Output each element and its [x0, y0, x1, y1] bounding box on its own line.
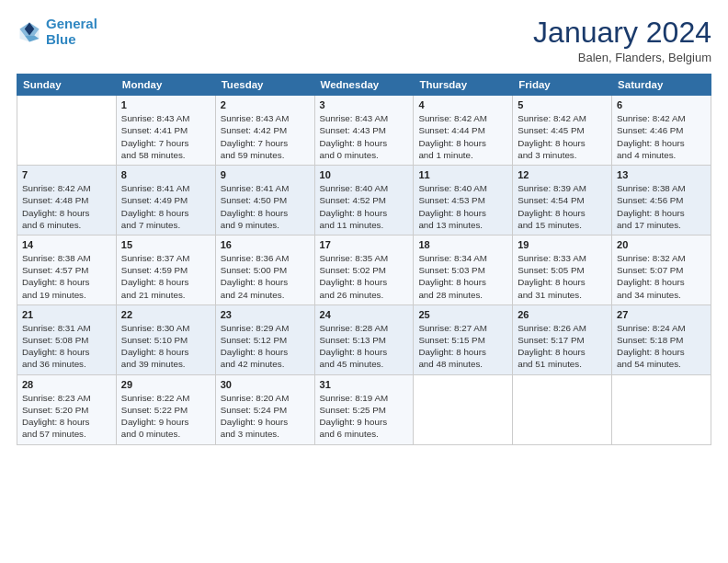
calendar-cell: 16Sunrise: 8:36 AMSunset: 5:00 PMDayligh… — [215, 235, 314, 304]
day-info: Sunrise: 8:43 AMSunset: 4:41 PMDaylight:… — [121, 112, 210, 161]
day-header-monday: Monday — [116, 75, 215, 96]
day-number: 1 — [121, 99, 210, 110]
location: Balen, Flanders, Belgium — [533, 51, 711, 64]
day-info: Sunrise: 8:27 AMSunset: 5:15 PMDaylight:… — [418, 322, 507, 371]
day-info: Sunrise: 8:37 AMSunset: 4:59 PMDaylight:… — [121, 252, 210, 301]
day-info: Sunrise: 8:43 AMSunset: 4:43 PMDaylight:… — [320, 112, 409, 161]
calendar-cell: 24Sunrise: 8:28 AMSunset: 5:13 PMDayligh… — [314, 304, 414, 374]
day-info: Sunrise: 8:32 AMSunset: 5:07 PMDaylight:… — [617, 252, 706, 301]
page: General Blue January 2024 Balen, Flander… — [0, 0, 728, 563]
day-number: 19 — [518, 239, 607, 250]
calendar-cell: 27Sunrise: 8:24 AMSunset: 5:18 PMDayligh… — [612, 304, 711, 374]
day-info: Sunrise: 8:23 AMSunset: 5:20 PMDaylight:… — [22, 392, 111, 441]
logo-icon — [17, 19, 42, 45]
day-header-sunday: Sunday — [17, 75, 117, 96]
calendar-cell: 22Sunrise: 8:30 AMSunset: 5:10 PMDayligh… — [116, 304, 215, 374]
week-row-1: 1Sunrise: 8:43 AMSunset: 4:41 PMDaylight… — [17, 96, 711, 166]
day-number: 30 — [221, 379, 310, 390]
title-block: January 2024 Balen, Flanders, Belgium — [533, 17, 711, 64]
day-info: Sunrise: 8:40 AMSunset: 4:53 PMDaylight:… — [418, 182, 507, 231]
calendar-cell: 20Sunrise: 8:32 AMSunset: 5:07 PMDayligh… — [612, 235, 711, 304]
day-info: Sunrise: 8:34 AMSunset: 5:03 PMDaylight:… — [418, 252, 507, 301]
day-header-thursday: Thursday — [414, 75, 513, 96]
day-number: 9 — [221, 169, 310, 180]
day-info: Sunrise: 8:43 AMSunset: 4:42 PMDaylight:… — [221, 112, 310, 161]
day-info: Sunrise: 8:33 AMSunset: 5:05 PMDaylight:… — [518, 252, 607, 301]
day-number: 22 — [121, 309, 210, 320]
calendar-cell: 29Sunrise: 8:22 AMSunset: 5:22 PMDayligh… — [116, 374, 215, 444]
calendar-cell: 25Sunrise: 8:27 AMSunset: 5:15 PMDayligh… — [414, 304, 513, 374]
day-info: Sunrise: 8:38 AMSunset: 4:57 PMDaylight:… — [22, 252, 111, 301]
calendar-cell: 1Sunrise: 8:43 AMSunset: 4:41 PMDaylight… — [116, 96, 215, 166]
day-number: 18 — [418, 239, 507, 250]
calendar-cell: 2Sunrise: 8:43 AMSunset: 4:42 PMDaylight… — [215, 96, 314, 166]
day-number: 16 — [221, 239, 310, 250]
month-title: January 2024 — [533, 17, 711, 49]
calendar-cell: 10Sunrise: 8:40 AMSunset: 4:52 PMDayligh… — [314, 166, 414, 236]
day-info: Sunrise: 8:42 AMSunset: 4:48 PMDaylight:… — [22, 182, 111, 231]
day-info: Sunrise: 8:20 AMSunset: 5:24 PMDaylight:… — [221, 392, 310, 441]
calendar-cell: 19Sunrise: 8:33 AMSunset: 5:05 PMDayligh… — [513, 235, 612, 304]
day-number: 28 — [22, 379, 111, 390]
day-info: Sunrise: 8:30 AMSunset: 5:10 PMDaylight:… — [121, 322, 210, 371]
day-info: Sunrise: 8:28 AMSunset: 5:13 PMDaylight:… — [320, 322, 409, 371]
day-info: Sunrise: 8:22 AMSunset: 5:22 PMDaylight:… — [121, 392, 210, 441]
day-info: Sunrise: 8:36 AMSunset: 5:00 PMDaylight:… — [221, 252, 310, 301]
day-number: 10 — [320, 169, 409, 180]
day-number: 6 — [617, 99, 706, 110]
day-number: 5 — [518, 99, 607, 110]
day-number: 3 — [320, 99, 409, 110]
day-info: Sunrise: 8:19 AMSunset: 5:25 PMDaylight:… — [320, 392, 409, 441]
day-number: 11 — [418, 169, 507, 180]
day-info: Sunrise: 8:35 AMSunset: 5:02 PMDaylight:… — [320, 252, 409, 301]
logo-text: General Blue — [46, 17, 97, 47]
day-info: Sunrise: 8:24 AMSunset: 5:18 PMDaylight:… — [617, 322, 706, 371]
day-number: 25 — [418, 309, 507, 320]
day-info: Sunrise: 8:41 AMSunset: 4:49 PMDaylight:… — [121, 182, 210, 231]
day-number: 17 — [320, 239, 409, 250]
day-number: 8 — [121, 169, 210, 180]
day-number: 12 — [518, 169, 607, 180]
calendar-cell: 7Sunrise: 8:42 AMSunset: 4:48 PMDaylight… — [17, 166, 117, 236]
calendar-cell — [414, 374, 513, 444]
calendar-cell: 6Sunrise: 8:42 AMSunset: 4:46 PMDaylight… — [612, 96, 711, 166]
calendar-cell: 17Sunrise: 8:35 AMSunset: 5:02 PMDayligh… — [314, 235, 414, 304]
day-number: 24 — [320, 309, 409, 320]
logo-line2: Blue — [46, 31, 76, 47]
calendar-cell: 18Sunrise: 8:34 AMSunset: 5:03 PMDayligh… — [414, 235, 513, 304]
calendar-cell: 31Sunrise: 8:19 AMSunset: 5:25 PMDayligh… — [314, 374, 414, 444]
day-info: Sunrise: 8:38 AMSunset: 4:56 PMDaylight:… — [617, 182, 706, 231]
day-info: Sunrise: 8:39 AMSunset: 4:54 PMDaylight:… — [518, 182, 607, 231]
day-number: 4 — [418, 99, 507, 110]
calendar-cell: 26Sunrise: 8:26 AMSunset: 5:17 PMDayligh… — [513, 304, 612, 374]
day-header-tuesday: Tuesday — [215, 75, 314, 96]
day-info: Sunrise: 8:42 AMSunset: 4:45 PMDaylight:… — [518, 112, 607, 161]
day-info: Sunrise: 8:42 AMSunset: 4:46 PMDaylight:… — [617, 112, 706, 161]
calendar-cell: 11Sunrise: 8:40 AMSunset: 4:53 PMDayligh… — [414, 166, 513, 236]
day-number: 7 — [22, 169, 111, 180]
calendar-cell: 15Sunrise: 8:37 AMSunset: 4:59 PMDayligh… — [116, 235, 215, 304]
day-number: 29 — [121, 379, 210, 390]
day-number: 21 — [22, 309, 111, 320]
calendar-table: SundayMondayTuesdayWednesdayThursdayFrid… — [17, 74, 711, 444]
day-info: Sunrise: 8:31 AMSunset: 5:08 PMDaylight:… — [22, 322, 111, 371]
day-info: Sunrise: 8:41 AMSunset: 4:50 PMDaylight:… — [221, 182, 310, 231]
day-info: Sunrise: 8:29 AMSunset: 5:12 PMDaylight:… — [221, 322, 310, 371]
day-info: Sunrise: 8:40 AMSunset: 4:52 PMDaylight:… — [320, 182, 409, 231]
day-number: 13 — [617, 169, 706, 180]
calendar-cell — [612, 374, 711, 444]
header: General Blue January 2024 Balen, Flander… — [17, 17, 711, 64]
calendar-cell: 12Sunrise: 8:39 AMSunset: 4:54 PMDayligh… — [513, 166, 612, 236]
calendar-cell: 3Sunrise: 8:43 AMSunset: 4:43 PMDaylight… — [314, 96, 414, 166]
day-number: 2 — [221, 99, 310, 110]
week-row-5: 28Sunrise: 8:23 AMSunset: 5:20 PMDayligh… — [17, 374, 711, 444]
day-number: 26 — [518, 309, 607, 320]
day-header-wednesday: Wednesday — [314, 75, 414, 96]
calendar-cell: 5Sunrise: 8:42 AMSunset: 4:45 PMDaylight… — [513, 96, 612, 166]
calendar-cell: 8Sunrise: 8:41 AMSunset: 4:49 PMDaylight… — [116, 166, 215, 236]
week-row-3: 14Sunrise: 8:38 AMSunset: 4:57 PMDayligh… — [17, 235, 711, 304]
day-header-saturday: Saturday — [612, 75, 711, 96]
logo-line1: General — [46, 16, 97, 31]
calendar-cell: 4Sunrise: 8:42 AMSunset: 4:44 PMDaylight… — [414, 96, 513, 166]
calendar-cell: 21Sunrise: 8:31 AMSunset: 5:08 PMDayligh… — [17, 304, 117, 374]
